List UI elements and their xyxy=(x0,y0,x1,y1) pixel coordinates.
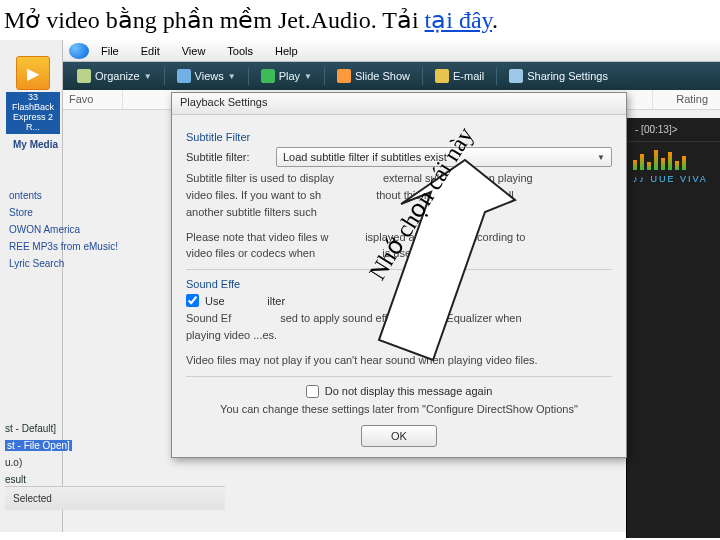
subtitle-filter-select[interactable]: Load subtitle filter if subtitles exist … xyxy=(276,147,612,167)
select-value: Load subtitle filter if subtitles exist xyxy=(283,151,447,163)
chevron-down-icon: ▼ xyxy=(144,72,152,81)
menu-edit[interactable]: Edit xyxy=(131,42,170,60)
eq-bars-icon xyxy=(633,148,720,170)
menubar: File Edit View Tools Help xyxy=(63,40,720,62)
play-icon xyxy=(261,69,275,83)
list-item[interactable]: st - Default] xyxy=(5,420,145,437)
fileopen-panel: st - Default] st - File Open] u.o) esult… xyxy=(5,420,145,488)
hint-text: Please note that video files w isplayed … xyxy=(186,230,612,245)
download-link[interactable]: tại đây xyxy=(425,7,492,33)
chevron-down-icon: ▼ xyxy=(304,72,312,81)
col-favorites[interactable]: Favo xyxy=(63,90,123,109)
hint-text: Video files may not play if you can't he… xyxy=(186,353,612,368)
playback-settings-dialog: Playback Settings Subtitle Filter Subtit… xyxy=(171,92,627,458)
eq-label: ♪♪ UUE VIVA xyxy=(633,170,720,184)
cmd-slideshow[interactable]: Slide Show xyxy=(329,67,418,85)
share-icon xyxy=(509,69,523,83)
flashback-icon: ▶ xyxy=(16,56,50,90)
instruction-headline: Mở video bằng phần mềm Jet.Audio. Tải tạ… xyxy=(0,0,720,40)
hint-text: Subtitle filter is used to display exter… xyxy=(186,171,612,186)
chevron-down-icon: ▼ xyxy=(228,72,236,81)
slideshow-icon xyxy=(337,69,351,83)
cmd-play[interactable]: Play▼ xyxy=(253,67,320,85)
list-item[interactable]: st - File Open] xyxy=(5,437,145,454)
list-item[interactable]: u.o) xyxy=(5,454,145,471)
col-rating[interactable]: Rating xyxy=(652,90,720,109)
app-icon xyxy=(69,43,89,59)
command-bar: Organize▼ Views▼ Play▼ Slide Show E-mail… xyxy=(63,62,720,90)
track-time: - [00:13]> xyxy=(627,118,720,142)
organize-icon xyxy=(77,69,91,83)
sidebar-item[interactable]: ontents xyxy=(9,187,120,204)
menu-help[interactable]: Help xyxy=(265,42,308,60)
desktop-shortcut-label: 33 FlashBack Express 2 R... xyxy=(6,92,60,134)
dont-display-checkbox[interactable] xyxy=(306,385,319,398)
hint-text: Sound Ef sed to apply sound effect such … xyxy=(186,311,612,326)
hint-text: video files. If you want to sh thout thi… xyxy=(186,188,612,203)
sidebar-item[interactable]: Store xyxy=(9,204,120,221)
sidebar-header-media[interactable]: My Media xyxy=(9,136,120,153)
sidebar-item[interactable]: REE MP3s from eMusic! xyxy=(9,238,120,255)
dialog-title: Playback Settings xyxy=(172,93,626,115)
cmd-email[interactable]: E-mail xyxy=(427,67,492,85)
use-sound-filter-checkbox[interactable] xyxy=(186,294,199,307)
cmd-sharing[interactable]: Sharing Settings xyxy=(501,67,616,85)
email-icon xyxy=(435,69,449,83)
hint-text: another subtitle filters such xyxy=(186,205,612,220)
equalizer: ♪♪ UUE VIVA xyxy=(627,142,720,190)
ok-button[interactable]: OK xyxy=(361,425,437,447)
hint-text: playing video ...es. xyxy=(186,328,612,343)
app-window: File Edit View Tools Help Organize▼ View… xyxy=(62,40,720,532)
sidebar-item[interactable]: Lyric Search xyxy=(9,255,120,272)
desktop-shortcut[interactable]: ▶ 33 FlashBack Express 2 R... xyxy=(6,56,60,134)
left-sidebar: My Media ontents Store OWON America REE … xyxy=(5,136,120,296)
checkbox-label: Use ilter xyxy=(205,295,285,307)
status-selected: Selected xyxy=(5,486,225,510)
cmd-organize[interactable]: Organize▼ xyxy=(69,67,160,85)
headline-prefix: Mở video bằng phần mềm Jet.Audio. Tải xyxy=(4,7,425,33)
hint-text: video files or codecs when is used. xyxy=(186,246,612,261)
views-icon xyxy=(177,69,191,83)
menu-view[interactable]: View xyxy=(172,42,216,60)
screenshot-canvas: ▶ 33 FlashBack Express 2 R... File Edit … xyxy=(0,40,720,532)
section-sound-effect: Sound Effe xyxy=(186,278,612,290)
menu-file[interactable]: File xyxy=(91,42,129,60)
filter-label: Subtitle filter: xyxy=(186,151,268,163)
cmd-views[interactable]: Views▼ xyxy=(169,67,244,85)
change-later-note: You can change these settings later from… xyxy=(186,402,612,417)
headline-suffix: . xyxy=(492,7,498,33)
menu-tools[interactable]: Tools xyxy=(217,42,263,60)
sidebar-item[interactable]: OWON America xyxy=(9,221,120,238)
player-panel: - [00:13]> ♪♪ UUE VIVA xyxy=(626,118,720,538)
section-subtitle-filter: Subtitle Filter xyxy=(186,131,612,143)
checkbox-label: Do not display this message again xyxy=(325,385,493,397)
chevron-down-icon: ▼ xyxy=(597,153,605,162)
